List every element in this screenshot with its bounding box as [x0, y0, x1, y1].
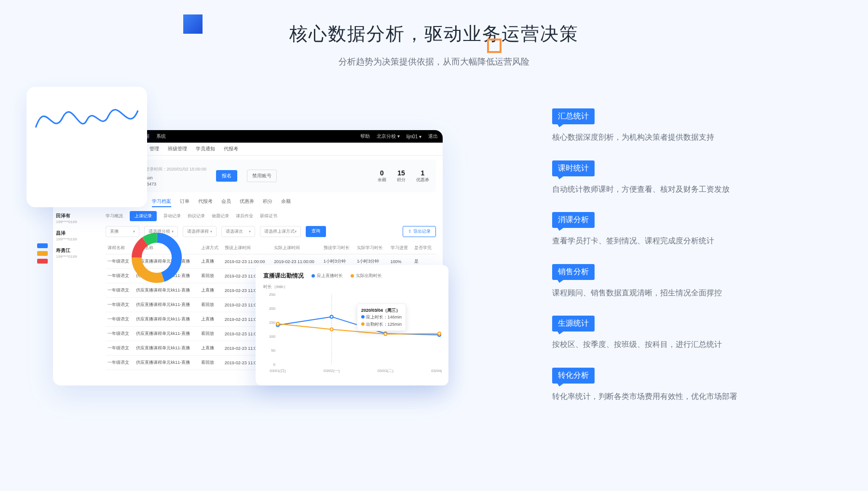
stat-item: 15积分	[397, 169, 406, 183]
profile-tab[interactable]: 余额	[281, 198, 291, 207]
profile-tab[interactable]: 积分	[263, 198, 272, 207]
attendance-line-chart: 05010015020025003/01(日)03/02(一)03/03(二)0…	[263, 292, 442, 374]
table-header: 实际上课时间	[272, 242, 321, 254]
feature-item: 汇总统计 核心数据深度剖析，为机构决策者提供数据支持	[552, 108, 827, 144]
feature-item: 生源统计 按校区、按季度、按班级、按科目，进行汇总统计	[552, 316, 827, 351]
query-button[interactable]: 查询	[306, 226, 326, 237]
record-subtab[interactable]: 上课记录	[130, 211, 157, 221]
table-header: 实际学习时长	[355, 242, 388, 254]
sidebar-user[interactable]: 寿勇江199****0189	[56, 247, 96, 259]
decor-blue-square	[183, 14, 203, 34]
sidebar-user[interactable]: 昌泽199****0189	[56, 230, 96, 241]
sidebar-user[interactable]: 田泽有199****0189	[56, 212, 96, 224]
table-header: 学习进度	[389, 242, 412, 254]
record-subtab[interactable]: 学习概况	[106, 213, 123, 219]
feature-desc: 课程顾问、销售数据直观清晰，招生情况全面撑控	[552, 287, 827, 299]
logout-link[interactable]: 退出	[428, 133, 438, 140]
stat-item: 1优惠券	[416, 169, 429, 183]
table-header: 预设学习时长	[322, 242, 355, 254]
svg-text:03/04(三): 03/04(三)	[431, 369, 442, 373]
svg-point-22	[438, 332, 441, 335]
enroll-button[interactable]: 报名	[216, 170, 237, 182]
table-header: 是否学完	[412, 242, 436, 254]
disable-account-button[interactable]: 禁用账号	[247, 170, 277, 182]
subnav-item[interactable]: 代报考	[224, 146, 238, 152]
svg-text:50: 50	[271, 348, 275, 353]
feature-tag: 销售分析	[552, 264, 595, 280]
filter-mode[interactable]: 请选择上课方式▾	[260, 226, 301, 237]
feature-item: 转化分析 转化率统计，判断各类市场费用有效性，优化市场部署	[552, 368, 827, 403]
filter-lesson[interactable]: 请选课次▾	[221, 226, 255, 237]
user-menu[interactable]: lijn01 ▾	[407, 134, 421, 139]
svg-text:200: 200	[269, 306, 276, 311]
student-profile-card: 仝卿致 最后登录时间：2020/01/02 15:00:00 用户户：Ian D…	[106, 159, 436, 192]
svg-point-20	[330, 328, 333, 331]
chart-tooltip: 2020/03/04（周三） 应上时长：146min 出勤时长：125min	[357, 304, 406, 331]
subnav-item[interactable]: 班级管理	[168, 146, 187, 152]
decor-orange-square	[487, 39, 502, 53]
feature-list: 汇总统计 核心数据深度剖析，为机构决策者提供数据支持 课时统计 自动统计教师课时…	[552, 108, 827, 420]
profile-tab[interactable]: 学习档案	[152, 198, 171, 207]
help-link[interactable]: 帮助	[360, 133, 370, 140]
feature-tag: 生源统计	[552, 316, 595, 332]
svg-point-21	[384, 332, 387, 335]
feature-tag: 消课分析	[552, 212, 595, 228]
mini-chart-card	[27, 87, 147, 207]
feature-desc: 核心数据深度剖析，为机构决策者提供数据支持	[552, 131, 827, 144]
feature-desc: 转化率统计，判断各类市场费用有效性，优化市场部署	[552, 390, 827, 403]
page-subtitle: 分析趋势为决策提供依据，从而大幅降低运营风险	[0, 56, 868, 67]
profile-tab[interactable]: 订单	[180, 198, 190, 207]
feature-tag: 课时统计	[552, 160, 595, 176]
record-subtab[interactable]: 协议记录	[188, 213, 205, 219]
subnav-item[interactable]: 管理	[149, 146, 159, 152]
svg-point-16	[330, 315, 333, 318]
profile-tab[interactable]: 代报考	[198, 198, 213, 207]
attendance-title: 直播课出勤情况	[263, 272, 304, 280]
legend-expected: 应上直播时长	[312, 273, 343, 279]
table-header: 预设上课时间	[223, 242, 272, 254]
topnav-item[interactable]: 系统	[156, 133, 166, 140]
svg-text:100: 100	[269, 334, 276, 339]
subnav-item[interactable]: 学员通知	[196, 146, 215, 152]
profile-tabs: 咨询记录报名学习档案订单代报考会员优惠券积分余额	[106, 198, 436, 207]
record-subtabs: 学习概况上课记录异动记录协议记录做题记录课后作业获得证书	[106, 211, 436, 221]
svg-text:03/01(日): 03/01(日)	[270, 369, 286, 373]
record-subtab[interactable]: 课后作业	[236, 213, 253, 219]
legend-actual: 实际出勤时长	[351, 273, 382, 279]
profile-tab[interactable]: 优惠券	[240, 198, 254, 207]
svg-text:0: 0	[273, 362, 276, 367]
sparkline-chart	[33, 93, 140, 142]
svg-text:250: 250	[269, 292, 276, 297]
page-title: 核心数据分析，驱动业务运营决策	[0, 0, 868, 46]
feature-item: 消课分析 查看学员打卡、签到情况、课程完成度分析统计	[552, 212, 827, 247]
feature-tag: 转化分析	[552, 368, 595, 384]
attendance-chart-card: 直播课出勤情况 应上直播时长 实际出勤时长 时长（min） 0501001502…	[256, 265, 448, 385]
profile-tab[interactable]: 会员	[221, 198, 231, 207]
feature-item: 销售分析 课程顾问、销售数据直观清晰，招生情况全面撑控	[552, 264, 827, 299]
svg-point-19	[276, 322, 279, 325]
feature-desc: 按校区、按季度、按班级、按科目，进行汇总统计	[552, 338, 827, 351]
feature-desc: 查看学员打卡、签到情况、课程完成度分析统计	[552, 235, 827, 247]
feature-tag: 汇总统计	[552, 108, 595, 124]
record-subtab[interactable]: 异动记录	[163, 213, 181, 219]
record-subtab[interactable]: 做题记录	[212, 213, 229, 219]
feature-item: 课时统计 自动统计教师课时，方便查看、核对及财务工资发放	[552, 160, 827, 196]
record-subtab[interactable]: 获得证书	[260, 213, 277, 219]
donut-legend	[37, 243, 48, 266]
feature-desc: 自动统计教师课时，方便查看、核对及财务工资发放	[552, 183, 827, 196]
campus-selector[interactable]: 北京分校 ▾	[377, 133, 400, 140]
stat-item: 0余额	[378, 169, 386, 183]
svg-text:03/03(二): 03/03(二)	[378, 369, 394, 373]
svg-text:03/02(一): 03/02(一)	[324, 369, 340, 373]
export-button[interactable]: ⇧ 导出记录	[403, 226, 436, 237]
chart-ylabel: 时长（min）	[263, 284, 441, 290]
donut-chart	[96, 231, 217, 284]
svg-text:150: 150	[269, 320, 276, 325]
